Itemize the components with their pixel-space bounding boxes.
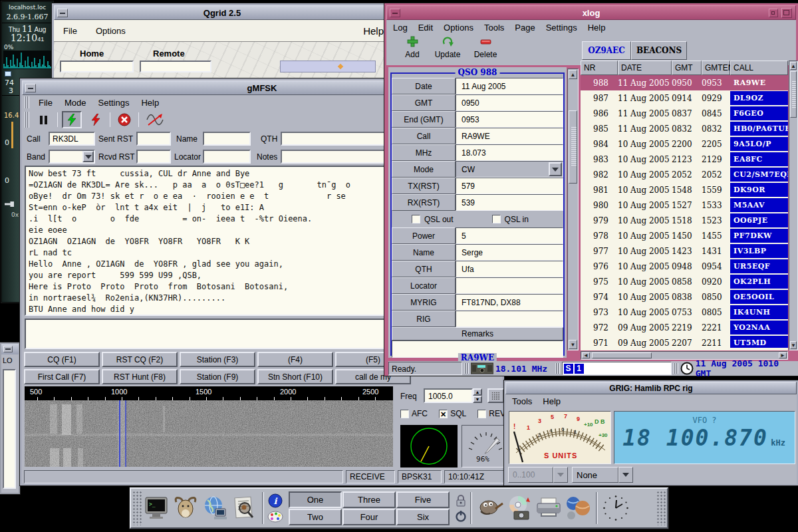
checkbox[interactable]: SQL [439, 409, 466, 418]
search-docs-launcher[interactable] [229, 493, 259, 523]
minimize-button[interactable] [3, 346, 13, 352]
macro-button[interactable]: RST CQ (F2) [102, 352, 178, 367]
macro-button[interactable]: Stn Short (F10) [257, 369, 333, 384]
cell-call[interactable]: OO6PJE [730, 213, 788, 227]
log-table-vscrollbar[interactable]: ▲ ▼ [789, 61, 798, 350]
toolbar-grip[interactable] [25, 112, 29, 128]
workspace-button[interactable]: Four [342, 509, 396, 525]
menu-item[interactable]: Settings [98, 98, 129, 108]
menubar-grip[interactable] [25, 96, 29, 108]
menu-item[interactable]: File [39, 98, 53, 108]
sent-rst-field[interactable] [136, 132, 171, 146]
workspace-button[interactable]: Six [396, 509, 450, 525]
receive-button[interactable] [62, 111, 82, 128]
workspace-button[interactable]: Three [342, 491, 396, 508]
column-header[interactable]: GMTEN [702, 61, 730, 75]
lock-icon[interactable] [456, 494, 466, 507]
cell-call[interactable]: UR5EQF [730, 259, 788, 273]
field-input[interactable]: 11 Aug 2005 [456, 78, 563, 94]
field-input[interactable]: 539 [456, 194, 563, 211]
taskbar-handle[interactable] [132, 491, 142, 525]
scroll-up-button[interactable]: ▲ [569, 70, 577, 79]
combo-arrow-button[interactable] [553, 467, 568, 483]
qso-pane-scrollbar[interactable]: ▲ ▼ [567, 68, 579, 350]
cell-call[interactable]: DK9OR [730, 183, 788, 197]
workspace-button[interactable]: Two [289, 509, 342, 525]
field-input[interactable]: 18.073 [456, 144, 563, 161]
edge-window-list[interactable] [3, 369, 16, 489]
cell-call[interactable]: RA9WE [730, 76, 788, 90]
band-combo-arrow-button[interactable] [82, 151, 94, 162]
cell-call[interactable]: IV3LBP [730, 244, 788, 258]
checkbox-box-icon[interactable] [477, 410, 486, 418]
grig-level-combo[interactable]: 0..100 [508, 467, 568, 483]
freq-spinbox[interactable]: 1005.0 [424, 388, 473, 403]
field-input[interactable]: 0950 [456, 94, 563, 111]
transmit-button[interactable] [86, 111, 106, 128]
scroll-right-button[interactable]: ► [779, 352, 787, 358]
checkbox-box-icon[interactable] [439, 410, 448, 418]
minimize-button[interactable] [57, 9, 68, 17]
cell-call[interactable]: PF7DKW [730, 229, 788, 243]
spin-down-button[interactable]: ▼ [473, 396, 482, 403]
cell-call[interactable]: DL9OZ [730, 91, 788, 105]
table-row[interactable]: 974 10 Aug 2005 0838 0850 OE5OOIL [581, 289, 788, 305]
field-input[interactable] [456, 311, 563, 327]
table-row[interactable]: 973 10 Aug 2005 0753 0805 IK4UNH [581, 305, 788, 320]
column-header[interactable]: DATE [618, 61, 672, 75]
menu-item[interactable]: Page [515, 23, 535, 33]
waterfall-display[interactable] [25, 400, 393, 467]
macro-button[interactable]: Station (F3) [180, 352, 255, 367]
pause-button[interactable] [33, 111, 53, 128]
printer-launcher[interactable] [534, 493, 563, 523]
cell-call[interactable]: IK4UNH [730, 305, 788, 319]
table-row[interactable]: 984 10 Aug 2005 2200 2205 9A5LO/P [581, 136, 788, 152]
table-row[interactable]: 978 10 Aug 2005 1450 1455 PF7DKW [581, 228, 788, 243]
cell-call[interactable]: 9A5LO/P [730, 137, 788, 151]
grig-titlebar[interactable]: GRIG: Hamlib RPC rig [505, 382, 797, 394]
field-input[interactable]: FT817ND, DX88 [456, 294, 563, 311]
menu-item[interactable]: Help [543, 396, 561, 406]
table-row[interactable]: 981 10 Aug 2005 1548 1559 DK9OR [581, 182, 788, 198]
scrollbar-thumb[interactable] [790, 71, 797, 118]
web-browser-launcher[interactable] [200, 493, 229, 523]
menu-item[interactable]: Help [141, 98, 159, 108]
power-icon[interactable] [455, 510, 467, 522]
macro-button[interactable]: First Call (F7) [24, 369, 100, 384]
terminal-launcher[interactable]: >_ [142, 493, 171, 523]
menu-item[interactable]: Tools [512, 396, 532, 406]
scroll-down-button[interactable]: ▼ [569, 340, 577, 349]
update-button[interactable]: Update [430, 36, 465, 59]
menu-item-help[interactable]: Help [363, 25, 384, 37]
cell-call[interactable]: YO2NAA [730, 321, 788, 334]
cell-call[interactable]: UT5MD [730, 336, 788, 348]
field-input[interactable]: 579 [456, 178, 563, 194]
delete-button[interactable]: Delete [470, 36, 501, 59]
menu-item[interactable]: File [63, 26, 77, 36]
info-icon[interactable]: i [268, 493, 283, 508]
waterfall-mode-button[interactable] [487, 388, 504, 403]
rcvd-rst-field[interactable] [136, 150, 171, 164]
scrollbar-thumb[interactable] [569, 110, 577, 184]
tune-button[interactable] [143, 111, 167, 128]
table-row[interactable]: 988 11 Aug 2005 0950 0953 RA9WE [581, 75, 788, 90]
combo-arrow-button[interactable] [618, 467, 633, 483]
menu-item[interactable]: Options [444, 23, 473, 33]
mode-combo[interactable]: CW [456, 161, 563, 178]
table-row[interactable]: 982 10 Aug 2005 2052 2052 CU2/SM7EQL [581, 167, 788, 182]
table-row[interactable]: 976 10 Aug 2005 0948 0954 UR5EQF [581, 259, 788, 274]
field-input[interactable] [456, 277, 563, 294]
macro-button[interactable]: CQ (F1) [24, 352, 100, 367]
maximize-button[interactable] [781, 8, 792, 18]
qsl-in-checkbox[interactable] [492, 215, 501, 223]
table-row[interactable]: 983 10 Aug 2005 2123 2129 EA8FC [581, 152, 788, 167]
taskbar-handle[interactable] [656, 491, 666, 525]
cd-burner-launcher[interactable] [505, 493, 534, 523]
field-input[interactable]: Ufa [456, 261, 563, 277]
add-button[interactable]: Add [398, 36, 426, 59]
status-grip[interactable] [464, 363, 469, 374]
grig-mode-combo[interactable]: None [572, 467, 633, 483]
workspace-button[interactable]: Five [396, 491, 450, 508]
cell-call[interactable]: OK2PLH [730, 275, 788, 289]
shade-button[interactable] [769, 9, 778, 17]
